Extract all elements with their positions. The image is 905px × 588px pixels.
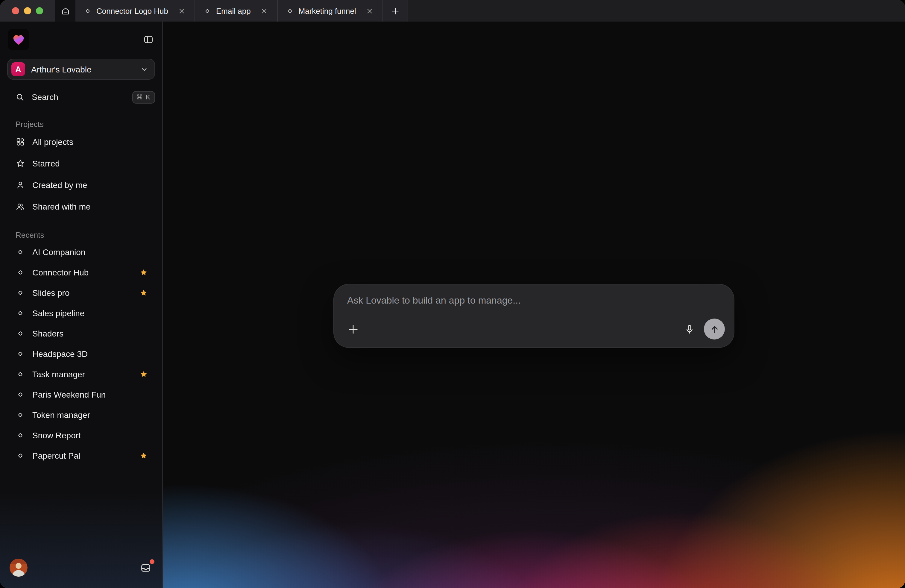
recent-project-label: Headspace 3D [32,349,155,359]
user-avatar[interactable] [10,559,27,577]
search-label: Search [32,92,132,102]
project-diamond-icon [16,370,25,378]
sidebar-item-label: Starred [32,159,155,168]
new-tab-button[interactable] [383,0,408,22]
recent-project-item[interactable]: Shaders [0,323,162,344]
project-diamond-icon [16,248,25,256]
plus-icon [391,6,400,15]
recent-project-item[interactable]: Papercut Pal [0,445,162,466]
starred-star-icon [140,451,148,460]
notification-dot [150,559,154,564]
sidebar-item-shared-with-me[interactable]: Shared with me [0,196,162,217]
project-diamond-icon [16,411,25,419]
sidebar-item-label: Created by me [32,180,155,190]
recent-project-label: Snow Report [32,431,155,440]
project-tab[interactable]: Connector Logo Hub [75,0,195,22]
project-diamond-icon [16,451,25,460]
workspace-avatar: A [11,62,25,76]
project-diamond-icon [16,431,25,440]
chevron-down-icon [140,65,148,73]
tab-close-icon[interactable] [365,5,375,16]
recent-project-label: Papercut Pal [32,451,140,461]
user-icon [16,180,25,190]
project-tab[interactable]: Marketing funnel [278,0,383,22]
project-diamond-icon [16,350,25,358]
workspace-selector[interactable]: A Arthur's Lovable [7,59,155,79]
sidebar: A Arthur's Lovable Search ⌘ K Projects [0,22,163,588]
sidebar-item-label: Shared with me [32,202,155,211]
project-diamond-icon [16,289,25,297]
recent-project-label: Token manager [32,410,155,420]
recent-project-item[interactable]: Token manager [0,405,162,425]
submit-prompt-button[interactable] [704,319,725,340]
app-window: Connector Logo Hub Email app [0,0,905,588]
tab-label: Email app [216,6,251,15]
recent-project-label: Task manager [32,369,140,379]
recent-project-item[interactable]: Task manager [0,364,162,385]
recent-project-label: Paris Weekend Fun [32,390,155,399]
starred-star-icon [140,268,148,277]
tab-bar-empty-area [408,0,905,22]
close-window-button[interactable] [12,7,19,14]
recent-project-item[interactable]: Sales pipeline [0,303,162,323]
project-diamond-icon [16,329,25,338]
project-diamond-icon [16,390,25,399]
starred-star-icon [140,370,148,378]
project-diamond-icon [203,7,211,15]
sidebar-item-all-projects[interactable]: All projects [0,131,162,153]
starred-star-icon [140,289,148,297]
tab-bar: Connector Logo Hub Email app [0,0,905,22]
recent-project-item[interactable]: AI Companion [0,242,162,262]
lovable-logo[interactable] [8,29,29,50]
recent-project-label: Sales pipeline [32,308,155,318]
recent-project-item[interactable]: Paris Weekend Fun [0,385,162,405]
recent-project-item[interactable]: Snow Report [0,425,162,445]
project-diamond-icon [16,309,25,317]
search-button[interactable]: Search ⌘ K [0,87,162,106]
recent-project-item[interactable]: Headspace 3D [0,344,162,364]
project-diamond-icon [286,7,294,15]
prompt-composer [333,284,734,348]
project-diamond-icon [84,7,92,15]
search-shortcut-badge: ⌘ K [132,91,155,103]
zoom-window-button[interactable] [36,7,43,14]
inbox-icon [140,562,151,573]
recent-project-label: Slides pro [32,288,140,297]
traffic-lights [0,0,55,22]
dictate-button[interactable] [684,324,695,334]
sidebar-item-created-by-me[interactable]: Created by me [0,174,162,196]
recents-section-title: Recents [16,230,162,240]
star-outline-icon [16,159,25,168]
recent-project-label: AI Companion [32,247,155,257]
project-diamond-icon [16,268,25,277]
recents-list: AI Companion [0,242,162,466]
microphone-icon [684,324,695,334]
recent-project-label: Connector Hub [32,268,140,277]
workspace-name: Arthur's Lovable [31,64,140,74]
users-icon [16,202,25,211]
recent-project-item[interactable]: Slides pro [0,283,162,303]
projects-section-title: Projects [16,120,162,129]
arrow-up-icon [709,324,720,334]
tab-list: Connector Logo Hub Email app [75,0,383,22]
panel-left-icon [143,34,154,45]
tab-label: Connector Logo Hub [96,6,168,15]
all-projects-grid-icon [16,137,25,147]
home-tab[interactable] [55,0,75,22]
home-icon [61,6,70,15]
minimize-window-button[interactable] [24,7,31,14]
recent-project-label: Shaders [32,329,155,338]
tab-close-icon[interactable] [176,5,187,16]
sidebar-footer [0,551,162,588]
search-icon [16,92,25,102]
project-tab[interactable]: Email app [195,0,278,22]
sidebar-collapse-button[interactable] [143,34,154,45]
inbox-button[interactable] [139,561,152,575]
plus-icon [347,323,359,335]
tab-close-icon[interactable] [259,5,270,16]
tab-label: Marketing funnel [298,6,356,15]
sidebar-item-starred[interactable]: Starred [0,153,162,174]
sidebar-item-label: All projects [32,137,155,147]
attach-button[interactable] [347,323,359,335]
recent-project-item[interactable]: Connector Hub [0,262,162,283]
